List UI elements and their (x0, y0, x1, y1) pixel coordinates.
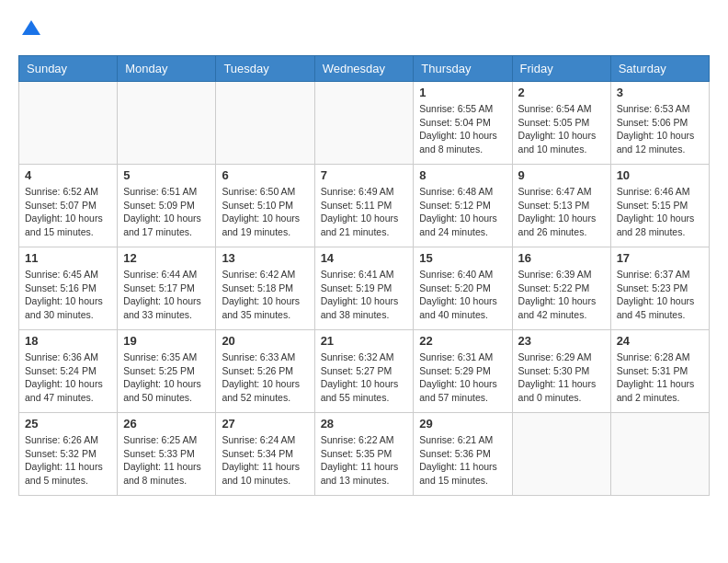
day-info: Sunrise: 6:48 AM Sunset: 5:12 PM Dayligh… (419, 185, 506, 239)
day-number: 24 (617, 334, 703, 348)
logo-icon (20, 18, 42, 40)
day-header-thursday: Thursday (414, 56, 512, 82)
calendar-cell (610, 413, 709, 496)
calendar-cell: 3Sunrise: 6:53 AM Sunset: 5:06 PM Daylig… (610, 82, 709, 165)
week-row-3: 11Sunrise: 6:45 AM Sunset: 5:16 PM Dayli… (19, 247, 710, 330)
calendar-cell (118, 82, 216, 165)
day-number: 7 (321, 168, 408, 182)
day-number: 19 (123, 334, 210, 348)
calendar-cell (19, 82, 118, 165)
calendar-cell: 23Sunrise: 6:29 AM Sunset: 5:30 PM Dayli… (512, 330, 610, 413)
day-number: 16 (518, 251, 605, 265)
calendar-cell: 17Sunrise: 6:37 AM Sunset: 5:23 PM Dayli… (610, 247, 709, 330)
calendar-cell: 12Sunrise: 6:44 AM Sunset: 5:17 PM Dayli… (118, 247, 216, 330)
svg-marker-0 (22, 20, 40, 35)
day-number: 11 (25, 251, 111, 265)
day-info: Sunrise: 6:35 AM Sunset: 5:25 PM Dayligh… (123, 350, 210, 405)
day-info: Sunrise: 6:29 AM Sunset: 5:30 PM Dayligh… (518, 350, 605, 405)
week-row-5: 25Sunrise: 6:26 AM Sunset: 5:32 PM Dayli… (19, 413, 710, 496)
day-info: Sunrise: 6:42 AM Sunset: 5:18 PM Dayligh… (222, 268, 308, 322)
calendar-cell: 22Sunrise: 6:31 AM Sunset: 5:29 PM Dayli… (414, 330, 512, 413)
calendar-cell: 1Sunrise: 6:55 AM Sunset: 5:04 PM Daylig… (414, 82, 512, 165)
header (18, 18, 710, 40)
day-number: 10 (617, 168, 703, 182)
day-number: 2 (518, 86, 605, 99)
week-row-2: 4Sunrise: 6:52 AM Sunset: 5:07 PM Daylig… (19, 165, 710, 247)
calendar-cell: 19Sunrise: 6:35 AM Sunset: 5:25 PM Dayli… (118, 330, 216, 413)
week-row-4: 18Sunrise: 6:36 AM Sunset: 5:24 PM Dayli… (19, 330, 710, 413)
calendar-cell (314, 82, 414, 165)
calendar-cell: 29Sunrise: 6:21 AM Sunset: 5:36 PM Dayli… (414, 413, 512, 496)
calendar-cell: 5Sunrise: 6:51 AM Sunset: 5:09 PM Daylig… (118, 165, 216, 247)
calendar-cell: 20Sunrise: 6:33 AM Sunset: 5:26 PM Dayli… (216, 330, 314, 413)
day-header-friday: Friday (512, 56, 610, 82)
day-info: Sunrise: 6:44 AM Sunset: 5:17 PM Dayligh… (123, 268, 210, 322)
day-info: Sunrise: 6:46 AM Sunset: 5:15 PM Dayligh… (617, 185, 703, 239)
day-number: 17 (617, 251, 703, 265)
day-number: 13 (222, 251, 308, 265)
calendar-cell (216, 82, 314, 165)
day-info: Sunrise: 6:33 AM Sunset: 5:26 PM Dayligh… (222, 350, 308, 405)
day-info: Sunrise: 6:21 AM Sunset: 5:36 PM Dayligh… (419, 433, 506, 488)
logo (18, 18, 44, 40)
calendar-cell: 6Sunrise: 6:50 AM Sunset: 5:10 PM Daylig… (216, 165, 314, 247)
day-number: 18 (25, 334, 111, 348)
day-header-saturday: Saturday (610, 56, 709, 82)
calendar-table: SundayMondayTuesdayWednesdayThursdayFrid… (18, 55, 710, 496)
day-number: 27 (222, 417, 308, 431)
day-info: Sunrise: 6:55 AM Sunset: 5:04 PM Dayligh… (419, 102, 506, 156)
calendar-cell: 28Sunrise: 6:22 AM Sunset: 5:35 PM Dayli… (314, 413, 414, 496)
day-info: Sunrise: 6:28 AM Sunset: 5:31 PM Dayligh… (617, 350, 703, 405)
calendar-cell: 11Sunrise: 6:45 AM Sunset: 5:16 PM Dayli… (19, 247, 118, 330)
calendar-cell: 8Sunrise: 6:48 AM Sunset: 5:12 PM Daylig… (414, 165, 512, 247)
day-number: 15 (419, 251, 506, 265)
day-number: 4 (25, 168, 111, 182)
day-info: Sunrise: 6:24 AM Sunset: 5:34 PM Dayligh… (222, 433, 308, 488)
day-info: Sunrise: 6:50 AM Sunset: 5:10 PM Dayligh… (222, 185, 308, 239)
day-info: Sunrise: 6:32 AM Sunset: 5:27 PM Dayligh… (321, 350, 408, 405)
week-row-1: 1Sunrise: 6:55 AM Sunset: 5:04 PM Daylig… (19, 82, 710, 165)
day-number: 26 (123, 417, 210, 431)
day-number: 5 (123, 168, 210, 182)
day-header-wednesday: Wednesday (314, 56, 414, 82)
day-info: Sunrise: 6:26 AM Sunset: 5:32 PM Dayligh… (25, 433, 111, 488)
day-number: 20 (222, 334, 308, 348)
day-number: 1 (419, 86, 506, 99)
day-info: Sunrise: 6:25 AM Sunset: 5:33 PM Dayligh… (123, 433, 210, 488)
day-info: Sunrise: 6:41 AM Sunset: 5:19 PM Dayligh… (321, 268, 408, 322)
day-number: 29 (419, 417, 506, 431)
calendar-cell: 7Sunrise: 6:49 AM Sunset: 5:11 PM Daylig… (314, 165, 414, 247)
calendar-cell: 16Sunrise: 6:39 AM Sunset: 5:22 PM Dayli… (512, 247, 610, 330)
day-number: 25 (25, 417, 111, 431)
day-number: 28 (321, 417, 408, 431)
calendar-cell: 27Sunrise: 6:24 AM Sunset: 5:34 PM Dayli… (216, 413, 314, 496)
day-info: Sunrise: 6:40 AM Sunset: 5:20 PM Dayligh… (419, 268, 506, 322)
day-number: 22 (419, 334, 506, 348)
day-header-monday: Monday (118, 56, 216, 82)
day-info: Sunrise: 6:47 AM Sunset: 5:13 PM Dayligh… (518, 185, 605, 239)
day-info: Sunrise: 6:37 AM Sunset: 5:23 PM Dayligh… (617, 268, 703, 322)
day-info: Sunrise: 6:22 AM Sunset: 5:35 PM Dayligh… (321, 433, 408, 488)
day-number: 14 (321, 251, 408, 265)
day-info: Sunrise: 6:39 AM Sunset: 5:22 PM Dayligh… (518, 268, 605, 322)
day-header-tuesday: Tuesday (216, 56, 314, 82)
calendar-cell: 21Sunrise: 6:32 AM Sunset: 5:27 PM Dayli… (314, 330, 414, 413)
day-info: Sunrise: 6:49 AM Sunset: 5:11 PM Dayligh… (321, 185, 408, 239)
day-header-sunday: Sunday (19, 56, 118, 82)
calendar-cell (512, 413, 610, 496)
day-number: 6 (222, 168, 308, 182)
header-row: SundayMondayTuesdayWednesdayThursdayFrid… (19, 56, 710, 82)
day-info: Sunrise: 6:53 AM Sunset: 5:06 PM Dayligh… (617, 102, 703, 156)
calendar-cell: 4Sunrise: 6:52 AM Sunset: 5:07 PM Daylig… (19, 165, 118, 247)
day-number: 9 (518, 168, 605, 182)
day-info: Sunrise: 6:51 AM Sunset: 5:09 PM Dayligh… (123, 185, 210, 239)
calendar-cell: 14Sunrise: 6:41 AM Sunset: 5:19 PM Dayli… (314, 247, 414, 330)
day-info: Sunrise: 6:45 AM Sunset: 5:16 PM Dayligh… (25, 268, 111, 322)
calendar-cell: 13Sunrise: 6:42 AM Sunset: 5:18 PM Dayli… (216, 247, 314, 330)
day-number: 3 (617, 86, 703, 99)
day-info: Sunrise: 6:36 AM Sunset: 5:24 PM Dayligh… (25, 350, 111, 405)
day-number: 21 (321, 334, 408, 348)
calendar-cell: 25Sunrise: 6:26 AM Sunset: 5:32 PM Dayli… (19, 413, 118, 496)
calendar-cell: 2Sunrise: 6:54 AM Sunset: 5:05 PM Daylig… (512, 82, 610, 165)
day-number: 12 (123, 251, 210, 265)
